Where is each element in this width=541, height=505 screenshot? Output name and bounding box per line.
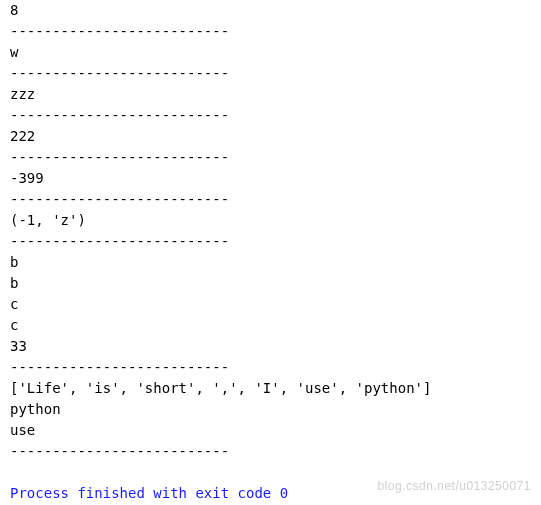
output-line: w <box>10 42 531 63</box>
output-line: -------------------------- <box>10 105 531 126</box>
output-line: -------------------------- <box>10 189 531 210</box>
output-line: python <box>10 399 531 420</box>
output-line: -------------------------- <box>10 147 531 168</box>
output-line: -399 <box>10 168 531 189</box>
output-line: b <box>10 273 531 294</box>
output-line: -------------------------- <box>10 21 531 42</box>
output-line: b <box>10 252 531 273</box>
output-line: use <box>10 420 531 441</box>
output-line: zzz <box>10 84 531 105</box>
output-line: c <box>10 294 531 315</box>
output-line: -------------------------- <box>10 441 531 462</box>
output-line: 222 <box>10 126 531 147</box>
console-output: 8 -------------------------- w ---------… <box>0 0 541 504</box>
output-line: 33 <box>10 336 531 357</box>
output-line: c <box>10 315 531 336</box>
output-line: -------------------------- <box>10 63 531 84</box>
output-line: -------------------------- <box>10 231 531 252</box>
output-line: ['Life', 'is', 'short', ',', 'I', 'use',… <box>10 378 531 399</box>
watermark: blog.csdn.net/u013250071 <box>378 477 531 495</box>
output-line: (-1, 'z') <box>10 210 531 231</box>
output-line: 8 <box>10 0 531 21</box>
output-line: -------------------------- <box>10 357 531 378</box>
